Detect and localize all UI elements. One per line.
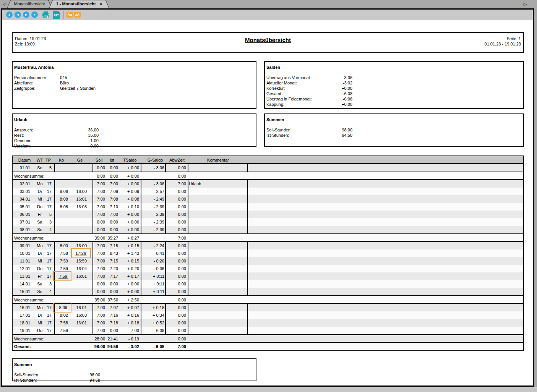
info-label: Ist-Stunden: — [266, 133, 328, 138]
week-sum-label: Wochensumme: — [14, 335, 44, 343]
info-value: -3:06 — [328, 75, 352, 80]
urlaub-title: Urlaub — [13, 114, 256, 122]
urlaub-rows: Anspruch:36.00Rest:35.00Genomm.:1.00Verp… — [13, 127, 256, 149]
cell-abwzeit: 0:00 — [168, 242, 186, 249]
nav-right-button[interactable]: ▶ — [23, 11, 29, 18]
cell-tp: 5 — [45, 211, 52, 218]
week-sum-row: Wochensumme:0:000:00+ 0:000:00 — [13, 172, 523, 180]
cell-datum: 04.01 — [13, 195, 30, 203]
info-row: Anspruch:36.00 — [13, 127, 256, 133]
column-header-tsaldo: TSaldo — [121, 156, 139, 164]
cell-datum: 07.01 — [13, 218, 30, 226]
tab-monatsuebersicht[interactable]: Monatsübersicht — [7, 0, 52, 8]
cell-tp: 17 — [45, 319, 52, 327]
toolbar-separator — [40, 11, 40, 19]
info-row: Verplant:0.00 — [13, 143, 256, 149]
cell-tp: 17 — [45, 272, 52, 280]
nav-left-button[interactable]: ◀ — [15, 11, 21, 18]
cell-soll: 7:00 — [93, 257, 105, 265]
cell-soll: 7:00 — [93, 211, 105, 218]
cell-gsaldo: - 2:39 — [146, 211, 164, 218]
column-divider — [54, 180, 55, 233]
cell-datum: 13.01 — [13, 272, 30, 280]
tab-label-text: 1 - Monatsübersicht — [56, 2, 96, 6]
cell-weekday: So — [35, 164, 45, 172]
print-icon[interactable] — [42, 11, 50, 18]
cell-tsaldo: + 0:08 — [121, 195, 139, 203]
cell-soll: 7:00 — [93, 203, 105, 211]
column-divider — [54, 164, 55, 172]
time-table: DatumWTTPKoGeSollIstTSaldoG-SaldoAbwZeit… — [12, 156, 524, 351]
urlaub-box: Urlaub Anspruch:36.00Rest:35.00Genomm.:1… — [12, 113, 256, 147]
info-row: Genomm.:1.00 — [13, 138, 256, 143]
employee-info-box: Musterfrau, Antonia Personalnummer:045Ab… — [12, 61, 256, 109]
info-row: Übertrag aus Vormonat:-3:06 — [265, 75, 523, 80]
cell-ist: 7:08 — [106, 195, 118, 203]
table-row-01.01: 01.01So50:000:00+ 0:00- 3:060:00 — [13, 164, 523, 172]
nav-up-button[interactable]: ▲ — [6, 11, 13, 18]
csv-export-icon[interactable]: CSV — [53, 11, 60, 19]
cell-soll: 7:00 — [93, 242, 105, 249]
cell-abwzeit: 0:00 — [168, 203, 186, 211]
info-row: Aktueller Monat:-3:02 — [265, 80, 523, 86]
cell-gsaldo: - 0:41 — [146, 249, 164, 257]
week-sum-row: Wochensumme:35:0035:27+ 0:277:00 — [13, 234, 523, 242]
cell-weekday: Sa — [35, 218, 45, 226]
cell-tsaldo: + 0:00 — [121, 180, 139, 188]
cell-weekday: So — [35, 288, 45, 295]
cell-ist: 7:17 — [106, 272, 118, 280]
cell-kommen: 8:08 — [55, 203, 68, 211]
summen-bottom-title: Summen — [13, 359, 256, 367]
cell-soll: 0:00 — [93, 218, 105, 226]
total-label: Gesamt: — [14, 343, 31, 350]
info-value: 1.00 — [60, 138, 99, 143]
cell-ist: 7:16 — [106, 311, 118, 319]
info-row: Gesamt:-6:08 — [265, 91, 523, 96]
column-header-abw: AbwZeit — [168, 156, 186, 164]
cell-tp: 17 — [45, 311, 52, 319]
week-block: 16.01Mo178:0916:017:007:07+ 0:07+ 0:180:… — [13, 304, 523, 335]
sum-soll: 28:00 — [93, 335, 105, 343]
cell-gehen: 16:01 — [73, 304, 87, 311]
info-value: -6:08 — [328, 91, 352, 96]
sum-ist: 37:50 — [106, 296, 118, 304]
column-divider — [165, 180, 166, 233]
report-page-number: Seite: 1 — [485, 36, 521, 41]
cell-tsaldo: + 0:10 — [121, 203, 139, 211]
font-increase-button[interactable]: Aa — [67, 12, 73, 18]
cell-abwzeit: 0:00 — [168, 257, 186, 265]
cell-tp: 17 — [45, 249, 52, 257]
table-header-row: DatumWTTPKoGeSollIstTSaldoG-SaldoAbwZeit… — [13, 156, 523, 164]
tab-1-monatsuebersicht[interactable]: 1 - Monatsübersicht× — [49, 0, 109, 8]
info-label: Übertrag in Folgemonat: — [266, 96, 328, 102]
info-row: Ist-Stunden:94:58 — [13, 377, 256, 383]
column-divider — [165, 304, 166, 334]
cell-abwzeit: 0:00 — [168, 164, 186, 172]
cell-ist: 7:10 — [106, 203, 118, 211]
column-header-datum: Datum — [13, 156, 36, 164]
cell-soll: 0:00 — [93, 226, 105, 233]
tab-scroll-right-icon[interactable]: ▷ — [524, 1, 527, 7]
week-sum-label: Wochensumme: — [14, 296, 44, 304]
total-gsaldo: - 6:08 — [146, 343, 164, 350]
report-header-right: Seite: 1 01.01.23 - 19.01.23 — [485, 36, 521, 47]
cell-soll: 0:00 — [93, 280, 105, 288]
employee-info-rows: Personalnummer:045Abteilung:BüroZeitgrup… — [13, 75, 256, 91]
cell-tp: 17 — [45, 203, 52, 211]
cell-gsaldo: - 6:08 — [146, 327, 164, 334]
info-label: Korrektur: — [266, 86, 328, 91]
cell-gsaldo: - 3:06 — [146, 180, 164, 188]
column-divider — [188, 180, 188, 233]
column-divider — [247, 242, 248, 295]
tab-scroll-left-icon[interactable]: ◁ — [3, 1, 6, 7]
close-icon[interactable]: × — [99, 1, 102, 6]
cell-gehen: 16:00 — [73, 188, 87, 195]
info-label: Ist-Stunden: — [14, 377, 60, 383]
cell-gsaldo: + 0:11 — [146, 280, 164, 288]
font-decrease-button[interactable]: aA — [74, 12, 81, 18]
nav-down-button[interactable]: ▼ — [31, 11, 38, 18]
cell-tsaldo: + 0:00 — [121, 211, 139, 218]
cell-gsaldo: - 2:39 — [146, 226, 164, 233]
cell-kommen: 8:02 — [55, 311, 68, 319]
cell-ist: 0:00 — [106, 280, 118, 288]
